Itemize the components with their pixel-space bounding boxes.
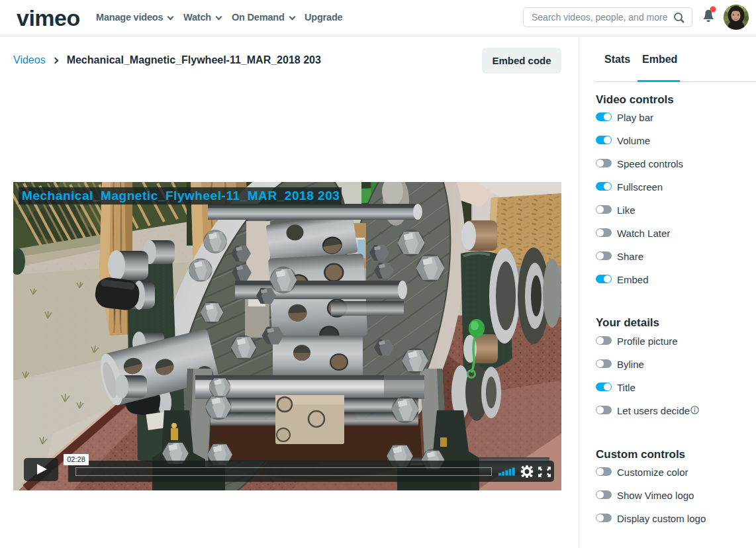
svg-text:vimeo: vimeo — [17, 6, 80, 30]
